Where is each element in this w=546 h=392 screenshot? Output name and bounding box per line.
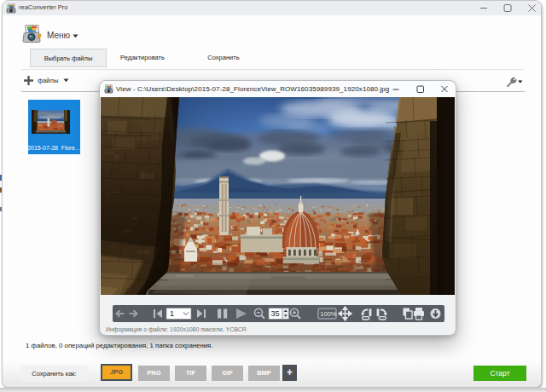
svg-text:1: 1 [170, 309, 174, 318]
svg-text:35: 35 [271, 309, 280, 318]
svg-text:100%: 100% [320, 310, 337, 318]
